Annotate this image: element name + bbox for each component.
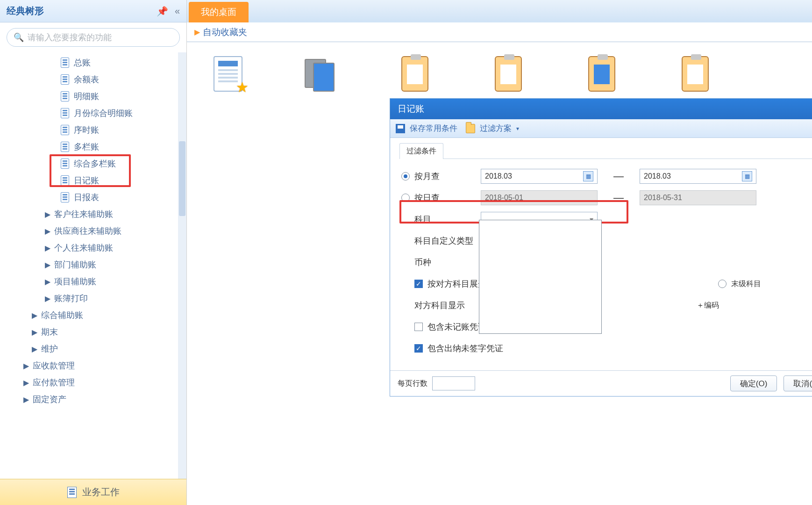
label-include-unposted: 包含未记账凭证 bbox=[427, 321, 486, 332]
calendar-icon[interactable]: ▦ bbox=[742, 171, 752, 181]
label-other-display: 对方科目显示 bbox=[414, 300, 465, 311]
tree-branch[interactable]: ▶供应商往来辅助账 bbox=[0, 223, 186, 239]
sidebar-bottom-label: 业务工作 bbox=[82, 486, 120, 498]
chevron-right-icon: ▶ bbox=[45, 227, 51, 236]
label-subject: 科目 bbox=[414, 214, 431, 225]
star-icon: ★ bbox=[236, 79, 249, 95]
sidebar: 经典树形 📌 « 🔍 总账 余额表 明细账 月份综合明细账 序时账 多栏账 bbox=[0, 0, 187, 505]
search-icon: 🔍 bbox=[14, 32, 24, 43]
folder-icon bbox=[466, 124, 475, 133]
shortcut-item[interactable] bbox=[583, 56, 620, 94]
checkbox-expand-other[interactable] bbox=[414, 280, 423, 288]
month-to-field[interactable]: 2018.03▦ bbox=[640, 169, 756, 184]
favorites-label: 自动收藏夹 bbox=[203, 26, 247, 38]
doc-icon bbox=[61, 159, 69, 169]
dialog-toolbar: 保存常用条件 过滤方案 ▾ bbox=[390, 119, 812, 138]
calendar-icon[interactable]: ▦ bbox=[583, 171, 593, 181]
tree-leaf[interactable]: 余额表 bbox=[0, 71, 186, 88]
tree-branch[interactable]: ▶综合辅助账 bbox=[0, 307, 186, 324]
tree-branch[interactable]: ▶期末 bbox=[0, 324, 186, 340]
chevron-right-icon: ▶ bbox=[45, 244, 51, 252]
chevron-right-icon: ▶ bbox=[32, 311, 38, 320]
tree-leaf[interactable]: 月份综合明细账 bbox=[0, 105, 186, 122]
cancel-button[interactable]: 取消(C) bbox=[784, 375, 812, 391]
tab-desktop[interactable]: 我的桌面 bbox=[189, 2, 249, 22]
chevron-right-icon: ▶ bbox=[32, 328, 38, 337]
pin-icon[interactable]: 📌 bbox=[157, 6, 168, 17]
dialog-footer: 每页行数 确定(O) 取消(C) bbox=[390, 370, 812, 396]
desktop-shortcuts: ★ bbox=[187, 42, 812, 94]
label-expand-other: 按对方科目展开 bbox=[427, 278, 486, 289]
chevron-down-icon[interactable]: ▾ bbox=[516, 125, 519, 132]
doc-icon bbox=[61, 74, 69, 85]
favorites-bar[interactable]: ▶ 自动收藏夹 bbox=[187, 22, 812, 42]
collapse-icon[interactable]: « bbox=[175, 6, 180, 17]
search-input[interactable] bbox=[24, 32, 173, 43]
sidebar-header: 经典树形 📌 « bbox=[0, 0, 186, 22]
tree-leaf[interactable]: 综合多栏账 bbox=[0, 155, 186, 172]
tree-leaf[interactable]: 序时账 bbox=[0, 122, 186, 138]
chevron-right-icon: ▶ bbox=[45, 260, 51, 269]
dialog-titlebar: 日记账 ✕ bbox=[390, 99, 812, 119]
checkbox-include-unsigned[interactable] bbox=[414, 344, 423, 353]
tree-leaf[interactable]: 日报表 bbox=[0, 189, 186, 206]
chevron-right-icon: ▶ bbox=[23, 395, 30, 404]
radio-last-level[interactable] bbox=[718, 280, 727, 288]
tree-branch[interactable]: ▶项目辅助账 bbox=[0, 273, 186, 290]
chevron-right-icon: ▶ bbox=[23, 361, 30, 370]
tree-leaf[interactable]: 总账 bbox=[0, 54, 186, 71]
sidebar-search: 🔍 bbox=[0, 22, 186, 52]
toolbar-scheme[interactable]: 过滤方案 bbox=[480, 123, 512, 134]
shortcut-item[interactable]: ★ bbox=[209, 56, 247, 94]
ok-button[interactable]: 确定(O) bbox=[730, 375, 777, 391]
doc-icon bbox=[61, 125, 69, 135]
radio-by-day[interactable] bbox=[401, 194, 410, 202]
chevron-right-icon: ▶ bbox=[45, 277, 51, 286]
tree-branch[interactable]: ▶账簿打印 bbox=[0, 290, 186, 307]
save-icon bbox=[396, 124, 405, 133]
tree-branch[interactable]: ▶客户往来辅助账 bbox=[0, 206, 186, 223]
filter-form: 按月查 2018.03▦ — 2018.03▦ 按日查 2018-05-01 — bbox=[399, 159, 812, 362]
label-include-unsigned: 包含出纳未签字凭证 bbox=[427, 343, 503, 354]
shortcut-item[interactable] bbox=[396, 56, 434, 94]
month-from-field[interactable]: 2018.03▦ bbox=[481, 169, 598, 184]
label-rows-per-page: 每页行数 bbox=[398, 379, 427, 389]
chevron-right-icon: ▶ bbox=[23, 378, 30, 387]
sidebar-bottom-tab[interactable]: 业务工作 bbox=[0, 479, 186, 505]
doc-icon bbox=[61, 192, 69, 202]
checkbox-include-unposted[interactable] bbox=[414, 323, 423, 331]
nav-tree: 总账 余额表 明细账 月份综合明细账 序时账 多栏账 综合多栏账 日记账 日报表… bbox=[0, 52, 186, 412]
tree-branch[interactable]: ▶维护 bbox=[0, 340, 186, 357]
tree-branch[interactable]: ▶个人往来辅助账 bbox=[0, 239, 186, 256]
main-area: 我的桌面 ▶ 自动收藏夹 ★ 购单 日记账 ✕ 保存常用条件 过滤 bbox=[187, 0, 812, 505]
shortcut-item[interactable] bbox=[490, 56, 527, 94]
tree-leaf[interactable]: 明细账 bbox=[0, 88, 186, 105]
tree-root[interactable]: ▶应付款管理 bbox=[0, 374, 186, 391]
tree-leaf[interactable]: 多栏账 bbox=[0, 138, 186, 155]
label-currency: 币种 bbox=[414, 257, 431, 268]
doc-icon bbox=[61, 108, 69, 118]
main-tabbar: 我的桌面 bbox=[187, 0, 812, 22]
shortcut-item[interactable] bbox=[677, 56, 714, 94]
chevron-right-icon: ▶ bbox=[45, 294, 51, 303]
doc-icon bbox=[61, 142, 69, 152]
doc-icon bbox=[61, 91, 69, 101]
tree-scroll[interactable]: 总账 余额表 明细账 月份综合明细账 序时账 多栏账 综合多栏账 日记账 日报表… bbox=[0, 52, 186, 479]
toolbar-save[interactable]: 保存常用条件 bbox=[410, 123, 457, 134]
label-last-level: 末级科目 bbox=[731, 279, 761, 289]
tree-root[interactable]: ▶应收款管理 bbox=[0, 357, 186, 374]
chevron-right-icon: ▶ bbox=[32, 345, 38, 354]
radio-by-month[interactable] bbox=[401, 172, 410, 180]
chevron-right-icon: ▶ bbox=[45, 210, 51, 219]
day-from-field: 2018-05-01 bbox=[481, 190, 598, 205]
label-other-display-hint: ＋编码 bbox=[697, 301, 719, 310]
tree-root[interactable]: ▶固定资产 bbox=[0, 391, 186, 408]
rows-per-page-input[interactable] bbox=[432, 376, 475, 390]
subject-dropdown-popup[interactable] bbox=[479, 220, 602, 334]
tree-leaf-journal[interactable]: 日记账 bbox=[0, 172, 186, 189]
filter-tabstrip: 过滤条件 bbox=[399, 143, 812, 159]
shortcut-item[interactable] bbox=[303, 56, 340, 94]
tab-filter[interactable]: 过滤条件 bbox=[399, 143, 443, 159]
tree-branch[interactable]: ▶部门辅助账 bbox=[0, 256, 186, 273]
range-dash: — bbox=[598, 192, 640, 204]
